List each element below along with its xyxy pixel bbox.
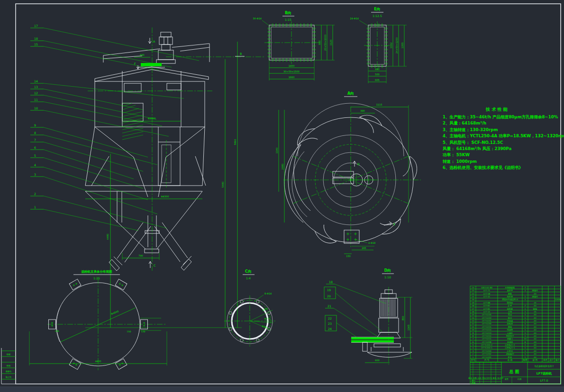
support-dim: 180: [55, 330, 59, 332]
bom-cell: LF7-E202: [482, 353, 491, 355]
bom-header-cell: 单件: [543, 359, 548, 361]
bom-cell: 焊接件: [532, 289, 538, 292]
bom-cell: 1: [473, 356, 474, 358]
support-pad-plate: [69, 359, 81, 370]
bom-cell: A3: [534, 353, 537, 355]
technical-notes: 技 术 性 能 1、生产能力：35~46t/h 产品细度80μm方孔筛筛余8~1…: [442, 107, 564, 170]
bom-cell: 13: [472, 320, 474, 322]
balloon-label: 15: [34, 43, 38, 46]
cad-drawing-canvas[interactable]: Φ2000 Φ4300 790 660 4480 5480 5860 A B F: [0, 0, 564, 392]
drawing-number: LF7.0: [540, 379, 548, 382]
view-b-title: B向: [285, 11, 291, 15]
support-pad: [115, 359, 127, 370]
drawing-type: 总 图: [509, 369, 519, 374]
bom-cell: 内锥体: [507, 322, 513, 325]
bom-cell: 护罩: [508, 304, 512, 307]
bom-cell: 14: [472, 317, 474, 319]
bom-cell: A3: [534, 320, 537, 322]
dim-5860: 5860: [234, 139, 237, 145]
bom-cell: 1: [525, 317, 526, 319]
bom-cell: 10: [524, 338, 527, 340]
bom-cell: 轴承座: [507, 329, 513, 331]
bom-cell: A3: [534, 322, 537, 325]
bom-cell: A3: [534, 344, 537, 346]
balloon-label: 23: [328, 322, 332, 325]
dim-5480: 5480: [221, 182, 224, 188]
support-dim: 120: [141, 330, 146, 333]
bom-cell: LF7-15: [483, 311, 491, 313]
bom-cell: 1: [525, 320, 526, 322]
bom-cell: A3: [534, 341, 537, 343]
bom-cell: 12: [472, 322, 474, 325]
bom-cell: LF7-E201: [482, 356, 491, 358]
view-e-dim: 1152: [390, 43, 392, 49]
bom-cell: 22: [472, 293, 474, 295]
bom-cell: 1: [525, 329, 526, 331]
view-b-dim: 980: [318, 40, 321, 45]
bom-cell: LF7-E230: [482, 322, 491, 325]
dim-790: 790: [138, 254, 143, 257]
bom-cell: 出料锥斗-2: [505, 344, 515, 346]
bom-cell: 接管: [508, 317, 512, 319]
view-d-scale: 1:10: [384, 276, 391, 279]
margin-label: 描图: [7, 353, 10, 356]
notes-line: 1、生产能力：35~46t/h 产品细度80μm方孔筛筛余8~10%: [443, 115, 558, 119]
pad-bolt-marks: [118, 362, 124, 366]
bom-cell: 电机座: [507, 295, 513, 298]
bom-cell: 焊接件: [532, 295, 538, 298]
view-b-scale: 1:15: [285, 18, 291, 21]
balloon-leader: [44, 95, 156, 119]
balloon-leader: [44, 196, 167, 228]
main-elevation-view: Φ2000 Φ4300 790 660 4480 5480 5860 A B F: [30, 24, 265, 328]
balloon-label: 12: [34, 91, 38, 95]
view-c-title: C向: [245, 269, 252, 274]
marker-d-label: D: [357, 162, 360, 166]
balloon-label: 18: [34, 37, 38, 40]
view-d-balloons: 18192021222324: [324, 280, 386, 338]
view-d: D向 1:10 860 1365 600 18192021222324: [324, 268, 412, 365]
view-d-dim: 1365: [407, 325, 410, 331]
bom-cell: LF7-41: [483, 295, 491, 298]
pad-bolt-marks: [73, 362, 78, 366]
balloon-leader: [44, 177, 157, 214]
margin-table: 描图描校底图号装订号: [1, 351, 16, 379]
view-c-scale: 1:4: [246, 276, 251, 280]
balloon-label: 5: [34, 154, 36, 157]
view-e-dim: 24×50=1200: [395, 37, 398, 53]
product-name: LF7选粉机: [537, 372, 552, 375]
view-a-title: A向: [347, 91, 354, 96]
balloon-label: 7: [34, 138, 36, 142]
balloon-leader: [44, 150, 134, 179]
balloon-leader: [44, 89, 143, 110]
balloon-leader: [44, 110, 169, 136]
view-a-dim: 1115: [376, 103, 382, 106]
margin-label: 底图号: [6, 370, 12, 373]
bom-cell: LF7-E214: [482, 329, 491, 331]
support-pad: [69, 279, 81, 290]
balloon-label: 4: [34, 163, 36, 167]
view-d-dim: 860: [401, 316, 404, 321]
bom-cell: LF7-E204-1: [481, 347, 492, 349]
notes-title: 技 术 性 能: [485, 107, 508, 112]
balloon-leader: [44, 102, 162, 126]
view-a-dim: 390: [360, 109, 365, 112]
view-b-dim: 30×50=1500: [283, 70, 300, 73]
weight-label: 重量: [505, 378, 509, 380]
hatch-line: [122, 103, 132, 107]
bom-cell: 1: [525, 289, 526, 292]
support-pad-plate: [69, 279, 81, 290]
pad-bolt-marks: [73, 283, 78, 286]
highlighted-platform: [351, 340, 394, 343]
bom-header-cell: 名 称: [508, 359, 513, 361]
bom-cell: A3: [534, 313, 537, 316]
balloon-label: 20: [327, 294, 331, 298]
balloon-leader: [44, 158, 143, 188]
view-c: C向 1:4 8-Φ14 Φ295 Φ270 Φ240: [224, 269, 275, 347]
bom-cell: LF7-E212: [482, 335, 491, 337]
balloon-leader: [44, 28, 199, 61]
bom-cell: 23: [472, 289, 474, 292]
balloon-leader: [335, 284, 386, 303]
balloon-leader: [44, 167, 148, 200]
bom-cell: A3: [534, 317, 537, 319]
support-pad-plate: [115, 359, 127, 370]
